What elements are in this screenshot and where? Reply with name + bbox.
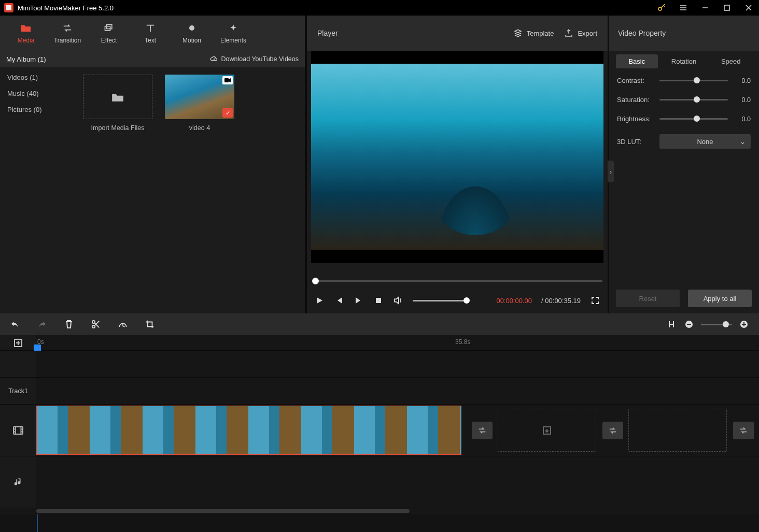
brightness-value: 0.0 [733,116,751,123]
brightness-label: Brightness: [617,115,654,123]
timeline-scrollbar[interactable] [0,508,759,514]
menu-icon[interactable] [676,1,691,15]
saturation-label: Saturation: [617,96,654,104]
category-videos[interactable]: Videos (1) [0,69,79,85]
crop-button[interactable] [144,319,156,330]
empty-clip-slot[interactable] [498,409,596,452]
player-panel: Player Template Export [306,16,609,313]
category-pictures[interactable]: Pictures (0) [0,102,79,118]
media-category-list: Videos (1) Music (40) Pictures (0) [0,67,79,313]
maximize-button[interactable] [720,1,734,15]
speed-button[interactable] [117,319,129,330]
lut-value: None [697,138,713,146]
tab-label: Transition [54,37,81,44]
volume-slider[interactable] [413,300,470,301]
prev-frame-button[interactable] [334,295,344,306]
contrast-row: Contrast: 0.0 [617,77,751,84]
fullscreen-button[interactable] [590,295,600,306]
saturation-value: 0.0 [733,96,751,104]
video-badge-icon [222,76,233,84]
saturation-row: Saturation: 0.0 [617,96,751,104]
brightness-slider[interactable] [659,118,728,120]
template-icon [513,28,523,38]
zoom-out-button[interactable] [683,319,695,330]
next-frame-button[interactable] [354,295,364,306]
snap-icon[interactable] [666,319,677,330]
seek-thumb[interactable] [312,278,319,284]
tab-speed[interactable]: Speed [710,54,752,68]
swap-icon [62,22,73,34]
export-button[interactable]: Export [564,28,597,38]
tab-effect[interactable]: Effect [88,16,130,51]
tab-transition[interactable]: Transition [47,16,88,51]
zoom-in-button[interactable] [738,319,750,330]
tab-text[interactable]: Text [130,16,171,51]
template-button[interactable]: Template [513,28,554,38]
transition-slot[interactable] [472,422,493,439]
redo-button[interactable] [36,319,48,330]
export-icon [564,28,573,38]
lut-select[interactable]: None ⌄ [659,134,751,149]
media-grid: Import Media Files ✓ video 4 [79,67,305,313]
close-button[interactable] [741,1,756,15]
download-youtube-link[interactable]: Download YouTube Videos [210,55,299,63]
empty-clip-slot[interactable] [628,409,727,452]
seek-bar[interactable] [312,275,602,287]
contrast-label: Contrast: [617,77,654,84]
media-clip-item: ✓ video 4 [165,75,234,306]
scrollbar-thumb[interactable] [36,509,410,513]
add-track-button[interactable] [0,335,36,350]
zoom-slider[interactable] [701,324,732,325]
undo-button[interactable] [9,319,21,330]
panel-collapse-handle[interactable]: › [608,161,614,182]
album-title: My Album (1) [6,55,79,63]
album-bar: My Album (1) Download YouTube Videos [0,51,305,67]
preview-viewport[interactable] [311,51,603,263]
current-time: 00:00:00.00 [496,297,532,305]
tab-media[interactable]: Media [5,16,47,51]
license-key-icon[interactable] [654,1,669,15]
volume-icon[interactable] [393,295,403,306]
overlay-lane[interactable] [36,351,759,377]
lut-label: 3D LUT: [617,138,654,146]
transition-slot[interactable] [733,422,754,439]
video-lane[interactable] [36,405,759,456]
track-gutter-label: Track1 [0,378,36,404]
saturation-slider[interactable] [659,99,728,100]
timeline-ruler[interactable]: 0s 35.8s [0,335,759,351]
stop-button[interactable] [373,295,384,306]
delete-button[interactable] [63,319,75,330]
reset-button[interactable]: Reset [616,290,680,307]
import-media-label: Import Media Files [91,124,145,132]
minimize-button[interactable] [698,1,712,15]
overlay-track [0,351,759,378]
split-button[interactable] [90,319,102,330]
category-music[interactable]: Music (40) [0,85,79,102]
brightness-row: Brightness: 0.0 [617,115,751,123]
volume-thumb[interactable] [463,297,470,304]
tab-rotation[interactable]: Rotation [663,54,705,68]
motion-icon [187,22,197,34]
tab-motion[interactable]: Motion [171,16,213,51]
tab-elements[interactable]: Elements [213,16,254,51]
text-lane[interactable] [36,378,759,404]
video-clip[interactable] [36,406,461,455]
svg-rect-7 [376,298,381,303]
tab-label: Text [145,37,156,44]
apply-all-button[interactable]: Apply to all [688,290,752,307]
clip-label: video 4 [189,124,210,132]
ruler-mid-label: 35.8s [455,338,470,346]
app-title: MiniTool MovieMaker Free 5.2.0 [18,4,650,12]
svg-rect-0 [6,5,11,10]
contrast-slider[interactable] [659,80,728,81]
player-title: Player [317,29,503,37]
transition-slot[interactable] [602,422,623,439]
audio-lane[interactable] [36,456,759,508]
svg-rect-11 [687,324,691,325]
svg-rect-14 [743,322,744,326]
import-media-button[interactable] [83,75,152,119]
tab-basic[interactable]: Basic [616,54,658,68]
tab-label: Media [18,37,35,44]
clip-thumbnail[interactable]: ✓ [165,75,234,119]
play-button[interactable] [314,295,325,306]
